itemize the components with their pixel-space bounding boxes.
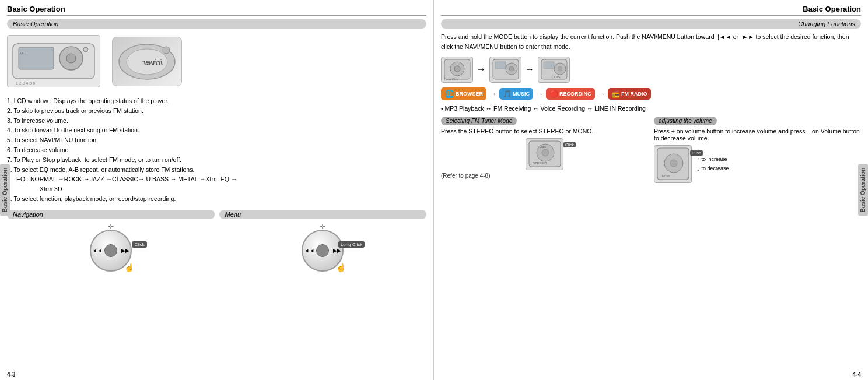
adjusting-volume-bar: adjusting the volume <box>654 117 717 125</box>
volume-col: adjusting the volume Press + on volume b… <box>654 117 861 183</box>
click-badge: Click <box>132 241 146 248</box>
menu-bar: Menu <box>219 210 427 219</box>
refer-text: (Refer to page 4-8) <box>441 173 648 179</box>
adjusting-volume-label: adjusting the volume <box>659 118 712 124</box>
svg-point-10 <box>163 47 170 54</box>
increase-row: ↑ to increase <box>696 156 729 163</box>
arrow-1: → <box>477 64 486 75</box>
item-4: 4. To skip forward to the next song or F… <box>7 125 426 135</box>
svg-point-4 <box>83 47 88 52</box>
right-page-number: 4-4 <box>853 371 861 378</box>
svg-point-22 <box>558 66 562 71</box>
item-5: 5. To select NAVI/MENU function. <box>7 135 426 145</box>
menu-right-arrow: ▶▶ <box>333 248 341 254</box>
item-8: 8. To select EQ mode, A-B repeat, or aut… <box>7 165 426 175</box>
up-arrow-icon: ↑ <box>696 156 700 163</box>
music-icon: 🎵 <box>503 90 512 98</box>
recording-button: 🔴 RECORDING <box>546 88 595 100</box>
recording-label: RECORDING <box>559 91 592 97</box>
svg-text:Long Click: Long Click <box>444 78 459 80</box>
nav-center-button[interactable] <box>104 244 117 257</box>
decrease-row: ↓ to decrease <box>696 165 729 172</box>
to-decrease-label: to decrease <box>702 166 729 171</box>
nav-menu-section: Navigation ✛ ◄◄ ▶▶ Click ☝ Menu <box>7 210 426 272</box>
menu-circle-container: ✛ ◄◄ ▶▶ Long Click ☝ <box>296 223 349 272</box>
svg-text:STEREO: STEREO <box>533 161 547 165</box>
device-side-image: iriver <box>112 37 182 86</box>
basic-operation-section-bar: Basic Operation <box>7 19 426 29</box>
device-front-image: LCD 1 2 3 4 5 6 <box>7 35 100 87</box>
svg-text:iriver: iriver <box>142 58 163 67</box>
fm-tuner-col: Selecting FM Tuner Mode Press the STEREO… <box>441 117 648 183</box>
volume-svg: Push <box>656 147 690 181</box>
mode-device-2 <box>489 57 522 83</box>
left-page-number: 4-3 <box>7 371 15 378</box>
item-8-eq2: Xtrm 3D <box>7 184 426 194</box>
mode-selection-row: Long Click → → Click <box>441 57 861 83</box>
svg-point-13 <box>454 66 460 72</box>
items-list: 1. LCD window : Displays the operating s… <box>7 96 426 204</box>
svg-point-18 <box>509 66 514 71</box>
changing-functions-bar: Changing Functions <box>441 19 861 29</box>
device-images: LCD 1 2 3 4 5 6 iriver <box>7 32 426 90</box>
svg-text:LCD: LCD <box>20 51 26 55</box>
item-2: 2. To skip to previous track or previous… <box>7 106 426 116</box>
changing-functions-title: Changing Functions <box>798 20 855 27</box>
svg-text:Push: Push <box>662 174 670 178</box>
hand-icon: ☝ <box>124 263 134 272</box>
browser-button: 🌐 BROWSER <box>441 87 487 100</box>
stereo-click-badge: Click <box>564 142 576 147</box>
func-arrow-2: → <box>536 89 544 98</box>
navigation-bar: Navigation <box>7 210 215 219</box>
svg-text:Click: Click <box>540 145 546 149</box>
func-arrow-1: → <box>489 89 497 98</box>
stereo-device: STEREO Click Click <box>526 138 564 170</box>
item-8-eq: EQ : NORMAL →ROCK →JAZZ →CLASSIC→ U BASS… <box>7 174 426 184</box>
left-sidebar-label: Basic Operation <box>0 164 10 216</box>
svg-rect-20 <box>544 62 554 69</box>
nav-left-arrow: ◄◄ <box>92 248 103 254</box>
nav-label: Navigation <box>13 211 43 218</box>
mode-device-svg1: Long Click <box>443 58 471 80</box>
volume-arrows: ↑ to increase ↓ to decrease <box>696 156 729 172</box>
svg-rect-16 <box>495 62 506 69</box>
section-title: Basic Operation <box>13 20 58 27</box>
item-3: 3. To increase volume. <box>7 116 426 126</box>
device-side-svg: iriver <box>115 40 179 83</box>
item-9: 9. To select function, playback mode, or… <box>7 194 426 204</box>
item-1: 1. LCD window : Displays the operating s… <box>7 96 426 106</box>
svg-text:1    2    3    4    5    6: 1 2 3 4 5 6 <box>16 81 35 85</box>
volume-device: Push Push <box>654 145 692 183</box>
menu-label: Menu <box>225 211 242 218</box>
svg-rect-1 <box>19 47 54 69</box>
item-6: 6. To decrease volume. <box>7 145 426 155</box>
svg-point-3 <box>66 54 76 63</box>
item-7: 7. To Play or Stop playback, to select F… <box>7 155 426 165</box>
two-col-section: Selecting FM Tuner Mode Press the STEREO… <box>441 117 861 183</box>
left-page-header: Basic Operation <box>7 5 426 16</box>
menu-center-button[interactable] <box>316 244 329 257</box>
device-front-svg: LCD 1 2 3 4 5 6 <box>10 38 97 85</box>
push-badge: Push <box>690 150 703 156</box>
mode-device-3: Click <box>538 57 570 83</box>
menu-left-arrow: ◄◄ <box>304 248 314 254</box>
mode-device-1: Long Click <box>441 57 473 83</box>
selecting-fm-bar: Selecting FM Tuner Mode <box>441 117 517 125</box>
mode-device-svg2 <box>492 58 520 80</box>
music-label: MUSIC <box>513 91 530 97</box>
vol-desc-text: Press + on volume button to increase vol… <box>654 128 861 142</box>
svg-point-31 <box>670 160 677 167</box>
navigation-col: Navigation ✛ ◄◄ ▶▶ Click ☝ <box>7 210 215 272</box>
music-button: 🎵 MUSIC <box>499 88 533 100</box>
radio-button: 📻 FM RADIO <box>608 88 651 100</box>
radio-label: FM RADIO <box>621 91 648 97</box>
svg-text:Click: Click <box>554 75 561 79</box>
func-arrow-3: → <box>597 89 606 98</box>
mode-device-svg3: Click <box>540 58 568 80</box>
left-page: Basic Operation Basic Operation Basic Op… <box>0 0 434 380</box>
nav-circle-container: ✛ ◄◄ ▶▶ Click ☝ <box>85 223 137 272</box>
to-increase-label: to increase <box>702 156 727 162</box>
fm-desc-text: Press the STEREO button to select STEREO… <box>441 128 648 135</box>
recording-icon: 🔴 <box>550 90 558 98</box>
radio-icon: 📻 <box>611 90 620 98</box>
